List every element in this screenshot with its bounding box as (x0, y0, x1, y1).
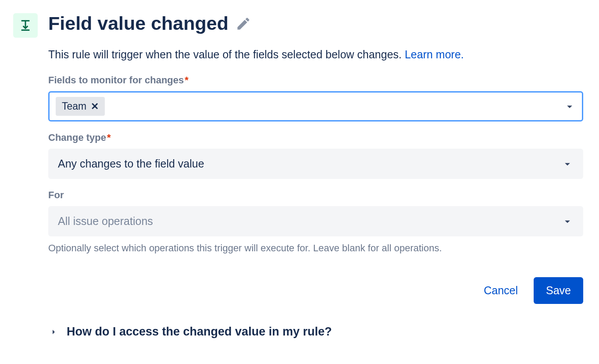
required-asterisk: * (185, 75, 189, 86)
cancel-button[interactable]: Cancel (480, 278, 521, 303)
accordion-title: How do I access the changed value in my … (67, 325, 332, 339)
for-help-text: Optionally select which operations this … (48, 242, 583, 255)
chevron-right-icon (48, 327, 59, 337)
accordion-changed-value[interactable]: How do I access the changed value in my … (48, 321, 583, 342)
for-label: For (48, 189, 583, 201)
for-placeholder: All issue operations (58, 215, 153, 228)
learn-more-link[interactable]: Learn more. (405, 48, 464, 61)
description-body: This rule will trigger when the value of… (48, 48, 405, 61)
change-type-label-text: Change type (48, 132, 106, 143)
save-button[interactable]: Save (534, 277, 583, 304)
chevron-down-icon[interactable] (563, 100, 576, 113)
change-type-select[interactable]: Any changes to the field value (48, 149, 583, 179)
for-select[interactable]: All issue operations (48, 206, 583, 236)
tag-remove-icon[interactable]: ✕ (91, 102, 99, 111)
change-type-value: Any changes to the field value (58, 157, 204, 170)
required-asterisk: * (107, 132, 111, 143)
tag-team: Team ✕ (56, 97, 105, 116)
change-type-label: Change type* (48, 132, 583, 143)
page-title: Field value changed (48, 13, 228, 34)
trigger-icon (13, 13, 38, 38)
fields-monitor-label-text: Fields to monitor for changes (48, 75, 184, 86)
edit-icon[interactable] (235, 16, 251, 32)
fields-monitor-input[interactable]: Team ✕ (48, 91, 583, 121)
description-text: This rule will trigger when the value of… (48, 47, 583, 62)
tag-label: Team (62, 100, 86, 112)
chevron-down-icon (561, 215, 574, 228)
chevron-down-icon (561, 158, 574, 170)
fields-monitor-label: Fields to monitor for changes* (48, 75, 583, 86)
